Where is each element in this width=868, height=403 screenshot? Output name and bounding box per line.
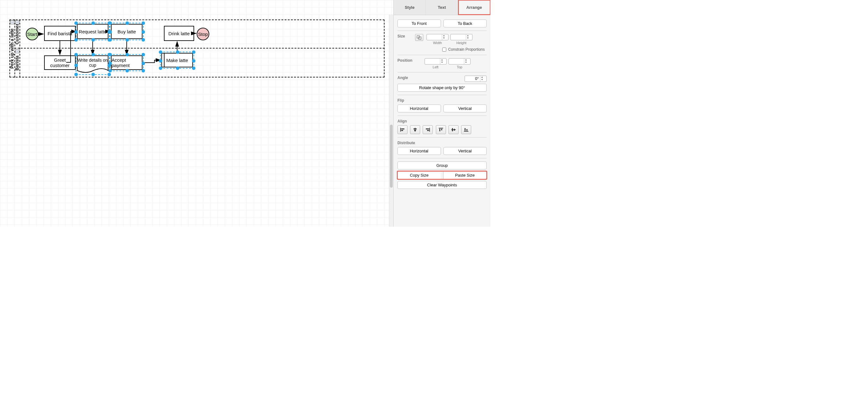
selection-accept-payment[interactable] — [110, 54, 144, 71]
stop-node[interactable]: Stop — [197, 28, 209, 40]
drink-latte[interactable]: Drink latte — [164, 26, 194, 41]
svg-rect-23 — [454, 129, 455, 131]
rotate-90-button[interactable]: Rotate shape only by 90° — [397, 84, 487, 92]
position-label: Position — [397, 58, 423, 63]
align-right-icon[interactable] — [423, 125, 433, 134]
selection-buy-latte[interactable] — [110, 23, 144, 40]
align-top-icon[interactable] — [436, 125, 446, 134]
to-back-button[interactable]: To Back — [443, 20, 487, 27]
top-input[interactable]: ▲▼ — [448, 58, 471, 65]
svg-rect-17 — [427, 130, 429, 131]
flip-label: Flip — [397, 98, 487, 103]
top-label: Top — [457, 65, 462, 69]
pool-title: Perk up with a latte — [9, 20, 14, 77]
to-front-button[interactable]: To Front — [397, 20, 441, 27]
group-button[interactable]: Group — [397, 162, 487, 169]
paste-size-button[interactable]: Paste Size — [443, 171, 487, 179]
find-barista[interactable]: Find barista — [44, 26, 75, 41]
align-bottom-icon[interactable] — [461, 125, 471, 134]
constrain-checkbox[interactable] — [442, 47, 446, 52]
svg-rect-22 — [452, 128, 453, 131]
tab-text[interactable]: Text — [426, 0, 458, 15]
pool-divider-2 — [20, 20, 20, 77]
angle-input[interactable]: ▲▼ — [465, 75, 487, 82]
svg-rect-25 — [465, 128, 466, 131]
canvas-scrollbar-thumb[interactable] — [390, 125, 393, 188]
align-left-icon[interactable] — [397, 125, 407, 134]
tab-arrange[interactable]: Arrange — [458, 0, 490, 15]
selection-request-latte[interactable] — [75, 23, 110, 40]
collapse-pool[interactable]: − — [10, 21, 14, 24]
svg-rect-20 — [441, 129, 442, 130]
svg-rect-26 — [466, 129, 467, 131]
svg-rect-19 — [439, 129, 440, 131]
height-label: Height — [456, 41, 466, 45]
constrain-label: Constrain Proportions — [448, 47, 485, 52]
collapse-barista[interactable]: − — [16, 49, 19, 53]
autosize-icon[interactable] — [415, 34, 423, 41]
svg-rect-11 — [401, 130, 403, 131]
format-tabs: Style Text Arrange — [394, 0, 490, 15]
width-input[interactable]: ▲▼ — [427, 34, 448, 40]
selection-write-details[interactable] — [75, 54, 110, 75]
width-label: Width — [433, 41, 442, 45]
align-middle-icon[interactable] — [448, 125, 459, 134]
collapse-customer[interactable]: − — [16, 21, 19, 24]
flip-horizontal-button[interactable]: Horizontal — [397, 104, 441, 112]
distribute-label: Distribute — [397, 141, 487, 145]
start-node[interactable]: Start — [26, 28, 38, 40]
svg-rect-14 — [414, 130, 416, 131]
tab-style[interactable]: Style — [394, 0, 426, 15]
copy-size-button[interactable]: Copy Size — [397, 171, 441, 179]
angle-label: Angle — [397, 75, 463, 80]
distribute-vertical-button[interactable]: Vertical — [443, 147, 487, 155]
svg-rect-10 — [401, 129, 404, 129]
greet-customer[interactable]: Greet customer — [44, 56, 75, 70]
left-input[interactable]: ▲▼ — [425, 58, 446, 65]
canvas-scrollbar[interactable] — [389, 14, 393, 227]
height-input[interactable]: ▲▼ — [451, 34, 472, 40]
clear-waypoints-button[interactable]: Clear Waypoints — [397, 181, 487, 189]
distribute-horizontal-button[interactable]: Horizontal — [397, 147, 441, 155]
svg-rect-16 — [426, 129, 429, 129]
canvas[interactable]: Perk up with a latte Customer Barista − … — [0, 0, 393, 227]
align-center-icon[interactable] — [410, 125, 420, 134]
svg-rect-13 — [413, 129, 417, 129]
flip-vertical-button[interactable]: Vertical — [443, 104, 487, 112]
selection-make-latte[interactable] — [160, 52, 194, 69]
align-label: Align — [397, 119, 487, 124]
left-label: Left — [433, 65, 438, 69]
format-panel: Style Text Arrange To Front To Back Size… — [393, 0, 490, 227]
size-label: Size — [397, 34, 413, 38]
